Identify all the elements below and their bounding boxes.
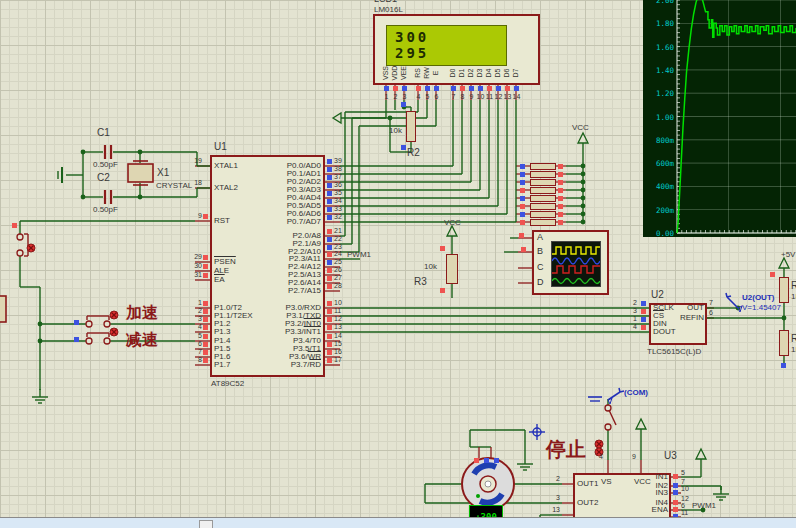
rpack-resistor-4[interactable] bbox=[530, 187, 556, 194]
logic-state-square bbox=[401, 102, 406, 107]
mcu-pin-number-13: 13 bbox=[334, 323, 342, 331]
mcu-pin-state-24 bbox=[327, 252, 332, 257]
mcu-pin-state-7 bbox=[203, 350, 208, 355]
rpack-resistor-5[interactable] bbox=[530, 195, 556, 202]
mcu-pin-state-39 bbox=[327, 159, 332, 164]
reset-button[interactable] bbox=[17, 250, 23, 256]
decelerate-button[interactable] bbox=[86, 333, 110, 344]
stop-switch[interactable] bbox=[605, 405, 611, 411]
dac-pin-state-4 bbox=[641, 325, 646, 330]
rpack-resistor-6[interactable] bbox=[530, 203, 556, 210]
lcd-pin-state-2 bbox=[393, 86, 398, 91]
rpack-resistor-7[interactable] bbox=[530, 211, 556, 218]
mcu-pin-state-38 bbox=[327, 167, 332, 172]
lcd-pin-state-13 bbox=[505, 86, 510, 91]
mcu-pin-state-4 bbox=[203, 325, 208, 330]
mcu-pin-state-9 bbox=[203, 214, 208, 219]
rpack-left-state-3 bbox=[520, 180, 525, 185]
logic-state-square bbox=[521, 247, 526, 252]
stop-switch[interactable] bbox=[605, 424, 611, 430]
lcd-pin-state-3 bbox=[402, 86, 407, 91]
rpack-resistor-1[interactable] bbox=[530, 163, 556, 170]
lcd-pin-state-7 bbox=[451, 86, 456, 91]
mcu-pin-state-31 bbox=[203, 273, 208, 278]
mcu-pin-label-P1.7: P1.7 bbox=[214, 360, 230, 369]
r4-value: 1k bbox=[791, 292, 796, 301]
mcu-pin-state-11 bbox=[327, 309, 332, 314]
motor-symbol bbox=[460, 456, 516, 512]
resistor-r2[interactable] bbox=[406, 111, 416, 142]
mcu-pin-state-3 bbox=[203, 317, 208, 322]
mcu-pin-number-14: 14 bbox=[334, 332, 342, 340]
driver-ref: U3 bbox=[664, 450, 677, 461]
vcc-label-rpack: VCC bbox=[572, 123, 589, 132]
mcu-pin-number-4: 4 bbox=[184, 323, 202, 331]
mcu-pin-label-ALE: ALE bbox=[214, 266, 229, 275]
dac-pin-number-1: 1 bbox=[633, 315, 637, 323]
mcu-pin-label-P0.7/AD7: P0.7/AD7 bbox=[230, 217, 321, 226]
rpack-right-state-5 bbox=[558, 196, 563, 201]
mcu-pin-state-28 bbox=[327, 284, 332, 289]
r2-value: 10k bbox=[389, 126, 402, 135]
mcu-pin-number-30: 30 bbox=[184, 262, 202, 270]
mcu-pin-number-3: 3 bbox=[184, 315, 202, 323]
rpack-right-state-4 bbox=[558, 188, 563, 193]
logic-state-square bbox=[74, 337, 79, 342]
logic-state-square bbox=[494, 458, 499, 463]
driver-pin-state-5 bbox=[673, 474, 678, 479]
mcu-pin-number-34: 34 bbox=[334, 197, 342, 205]
bottom-bar-widget bbox=[199, 520, 213, 528]
r5-ref: R5 bbox=[791, 333, 796, 344]
mcu-pin-state-23 bbox=[327, 245, 332, 250]
logic-state-square bbox=[519, 233, 524, 238]
mcu-pin-number-11: 11 bbox=[334, 307, 341, 315]
c2-value: 0.50pF bbox=[93, 205, 118, 214]
mcu-pin-number-2: 2 bbox=[184, 307, 202, 315]
rpack-right-state-1 bbox=[558, 164, 563, 169]
resistor-r3[interactable] bbox=[446, 254, 458, 284]
resistor-r5[interactable] bbox=[779, 330, 789, 356]
vcc-label-r3: VCC bbox=[444, 218, 461, 227]
mcu-pin-state-14 bbox=[327, 334, 332, 339]
dc-motor[interactable] bbox=[460, 456, 516, 512]
c1-value: 0.50pF bbox=[93, 160, 118, 169]
plus5v-label: +5V bbox=[781, 250, 795, 259]
rpack-resistor-2[interactable] bbox=[530, 171, 556, 178]
lcd-model: LM016L bbox=[374, 5, 403, 14]
mcu-pin-state-25 bbox=[327, 260, 332, 265]
mcu-pin-number-22: 22 bbox=[334, 235, 342, 243]
driver-pin-label-IN3: IN3 bbox=[630, 488, 668, 497]
lcd-pin-number-6: 6 bbox=[431, 93, 442, 101]
mcu-pin-state-10 bbox=[327, 301, 332, 306]
lcd-pin-state-1 bbox=[384, 86, 389, 91]
mcu-model: AT89C52 bbox=[211, 379, 244, 388]
logic-state-square bbox=[484, 458, 489, 463]
mcu-pin-number-32: 32 bbox=[334, 213, 342, 221]
mcu-pin-state-33 bbox=[327, 207, 332, 212]
decelerate-label: 减速 bbox=[126, 330, 158, 351]
mcu-pin-number-31: 31 bbox=[184, 271, 202, 279]
mcu-pin-state-35 bbox=[327, 191, 332, 196]
dac-pin-number-3: 3 bbox=[633, 307, 637, 315]
accelerate-button[interactable] bbox=[86, 316, 110, 327]
lcd-pin-state-5 bbox=[425, 86, 430, 91]
reset-button[interactable] bbox=[17, 234, 23, 240]
mcu-pin-state-5 bbox=[203, 334, 208, 339]
rpack-resistor-3[interactable] bbox=[530, 179, 556, 186]
mcu-pin-number-6: 6 bbox=[184, 340, 202, 348]
mcu-pin-state-30 bbox=[203, 264, 208, 269]
driver-pin-number-4: 4 bbox=[599, 453, 603, 461]
resistor-r4[interactable] bbox=[779, 277, 789, 303]
rpack-right-state-3 bbox=[558, 180, 563, 185]
rpack-resistor-8[interactable] bbox=[530, 219, 556, 226]
pwm1-label-driver: PWM1 bbox=[692, 501, 716, 510]
lcd-pin-state-10 bbox=[478, 86, 483, 91]
logic-state-square bbox=[781, 363, 786, 368]
mcu-pin-number-29: 29 bbox=[184, 253, 202, 261]
scope-channel-A: A bbox=[537, 232, 543, 242]
rpack-left-state-6 bbox=[520, 204, 525, 209]
mcu-pin-number-16: 16 bbox=[334, 348, 342, 356]
mcu-pin-number-18: 18 bbox=[184, 179, 202, 187]
mcu-pin-state-16 bbox=[327, 350, 332, 355]
driver-pin-number-2: 2 bbox=[548, 475, 560, 483]
